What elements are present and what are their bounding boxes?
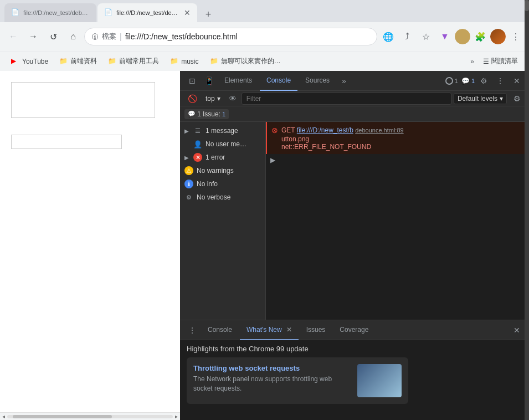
bottom-panel-scrollbar[interactable] (525, 71, 529, 420)
default-levels-chevron: ▾ (500, 95, 503, 103)
bottom-tab-issues[interactable]: Issues (300, 320, 332, 340)
back-button[interactable]: ← (4, 28, 22, 45)
sidebar-filter-errors[interactable]: ▶ ✕ 1 error (180, 151, 265, 164)
devtools-tabs-more-button[interactable]: » (337, 71, 351, 91)
profile-avatar-2[interactable] (490, 29, 506, 44)
error-url-link1[interactable]: file:///D:/new_test/b (297, 126, 353, 134)
bookmark-fun[interactable]: 📁 無聊可以來實作的… (206, 54, 285, 68)
console-sidebar: ▶ ☰ 1 message 👤 No user me… ▶ ✕ 1 error (180, 122, 266, 320)
downpipe-button[interactable]: ▼ (436, 28, 454, 45)
profile-avatar[interactable] (455, 29, 470, 44)
horizontal-scrollbar-track[interactable] (7, 415, 173, 418)
devtools-tab-elements[interactable]: Elements (218, 71, 259, 91)
tab-favicon-1: 📄 (11, 8, 20, 17)
bookmark-fun-label: 無聊可以來實作的… (221, 57, 281, 66)
bottom-tab-whats-new[interactable]: What's New ✕ (240, 320, 299, 340)
verbose-label: No verbose (197, 193, 230, 201)
bottom-panel-close-button[interactable]: ✕ (509, 322, 525, 338)
youtube-icon: ▶ (11, 57, 20, 66)
bottom-tab-console[interactable]: Console (201, 320, 239, 340)
console-settings-button[interactable]: ⚙ (509, 91, 525, 106)
main-area: ◂ ▸ ⊡ 📱 Elements Console Sources (0, 71, 529, 420)
devtools-secondary-toolbar: 🚫 top ▾ 👁 Default levels ▾ ⚙ (180, 91, 529, 106)
console-error-entry: ⊗ GET file:///D:/new_test/b debounce.htm… (266, 122, 529, 154)
bookmark-folder-icon-2: 📁 (108, 57, 117, 66)
avatar-image (455, 29, 470, 44)
reading-list-label: 閱讀清單 (491, 57, 518, 66)
messages-expand-arrow: ▶ (184, 128, 189, 134)
scroll-left-arrow[interactable]: ◂ (0, 413, 7, 419)
console-message-indicator[interactable]: 💬 1 (461, 77, 475, 85)
bookmark-music[interactable]: 📁 music (166, 55, 203, 68)
bottom-tabs-right: ✕ (509, 322, 525, 338)
bottom-tab-whats-new-label: What's New (246, 326, 282, 334)
error-url-link2[interactable]: debounce.html:89 (355, 127, 403, 134)
issues-badge-button[interactable]: 💬 1 Issue: 1 (184, 109, 229, 119)
browser-tab-1[interactable]: 📄 file:///D:/new_test/debounce.html (4, 3, 96, 22)
whats-new-card-desc: The Network panel now supports throttlin… (193, 375, 351, 393)
reading-list-icon: ☰ (483, 58, 489, 65)
sidebar-filter-messages[interactable]: ▶ ☰ 1 message (180, 124, 265, 137)
bottom-tab-coverage[interactable]: Coverage (333, 320, 375, 340)
console-filter-input[interactable] (242, 93, 451, 105)
messages-label: 1 message (206, 127, 238, 135)
issues-indicator[interactable]: 1 (445, 77, 458, 85)
devtools-tab-console[interactable]: Console (260, 71, 297, 91)
inspect-element-button[interactable]: ⊡ (184, 73, 200, 89)
info-icon: ℹ (184, 180, 193, 188)
scroll-right-arrow[interactable]: ▸ (173, 413, 180, 419)
bookmark-youtube[interactable]: ▶ YouTube (7, 55, 53, 68)
browser-tab-2[interactable]: 📄 file:///D:/new_test/debounce… ✕ (97, 3, 197, 22)
warnings-label: No warnings (197, 167, 234, 175)
warnings-icon: ⚠ (184, 166, 193, 175)
devtools-more-button[interactable]: ⋮ (492, 73, 508, 89)
avatar-image-2 (490, 29, 506, 44)
forward-button[interactable]: → (24, 28, 42, 45)
whats-new-card-image (357, 364, 402, 397)
whats-new-card-title[interactable]: Throttling web socket requests (193, 364, 351, 372)
error-text-line1: GET file:///D:/new_test/b debounce.html:… (281, 125, 404, 135)
bottom-tab-issues-label: Issues (306, 326, 326, 334)
bottom-tab-whats-new-close[interactable]: ✕ (286, 326, 292, 334)
horizontal-scrollbar-thumb[interactable] (13, 415, 112, 418)
reload-button[interactable]: ↺ (44, 28, 62, 45)
default-levels-dropdown[interactable]: Default levels ▾ (454, 93, 507, 104)
eye-button[interactable]: 👁 (226, 92, 239, 105)
sidebar-filter-info[interactable]: ℹ No info (180, 177, 265, 191)
issues-count-badge: 1 (222, 111, 225, 117)
bookmarks-more-button[interactable]: » (470, 58, 474, 65)
tab-close-button[interactable]: ✕ (184, 8, 191, 17)
issues-badge-icon: 💬 (188, 110, 196, 117)
sidebar-filter-user-messages[interactable]: 👤 No user me… (180, 137, 265, 151)
page-text-input[interactable] (11, 135, 122, 149)
errors-label: 1 error (206, 153, 225, 161)
context-selector[interactable]: top ▾ (202, 94, 224, 104)
menu-button[interactable]: ⋮ (507, 28, 525, 45)
share-button[interactable]: ⤴ (398, 28, 416, 45)
bookmark-button[interactable]: ☆ (417, 28, 435, 45)
sidebar-filter-warnings[interactable]: ⚠ No warnings (180, 164, 265, 177)
bottom-panel-more-button[interactable]: ⋮ (184, 322, 200, 338)
bookmark-frontend-tools[interactable]: 📁 前端常用工具 (104, 54, 163, 68)
page-textarea[interactable] (11, 82, 155, 118)
console-expand-row[interactable]: ▶ (266, 154, 529, 166)
home-button[interactable]: ⌂ (64, 28, 82, 45)
translate-button[interactable]: 🌐 (379, 28, 397, 45)
bottom-tab-coverage-label: Coverage (340, 326, 368, 334)
bookmark-music-label: music (181, 58, 198, 65)
reading-list-button[interactable]: ☰ 閱讀清單 (479, 54, 522, 68)
bookmark-frontend-tools-label: 前端常用工具 (119, 57, 159, 66)
bookmark-frontend-data[interactable]: 📁 前端資料 (55, 54, 101, 68)
block-requests-button[interactable]: 🚫 (184, 91, 200, 106)
puzzle-button[interactable]: 🧩 (471, 28, 489, 45)
address-box: 🛈 檔案 | file:///D:/new_test/debounce.html (84, 28, 377, 45)
sidebar-filter-verbose[interactable]: ⚙ No verbose (180, 191, 265, 204)
devtools-tab-sources[interactable]: Sources (299, 71, 336, 91)
bottom-tab-console-label: Console (208, 326, 232, 334)
device-toolbar-button[interactable]: 📱 (201, 73, 217, 89)
browser-window: 📄 file:///D:/new_test/debounce.html 📄 fi… (0, 0, 529, 420)
info-label: No info (197, 180, 218, 188)
devtools-close-button[interactable]: ✕ (509, 73, 525, 89)
new-tab-button[interactable]: + (201, 7, 216, 22)
devtools-settings-button[interactable]: ⚙ (476, 73, 491, 89)
